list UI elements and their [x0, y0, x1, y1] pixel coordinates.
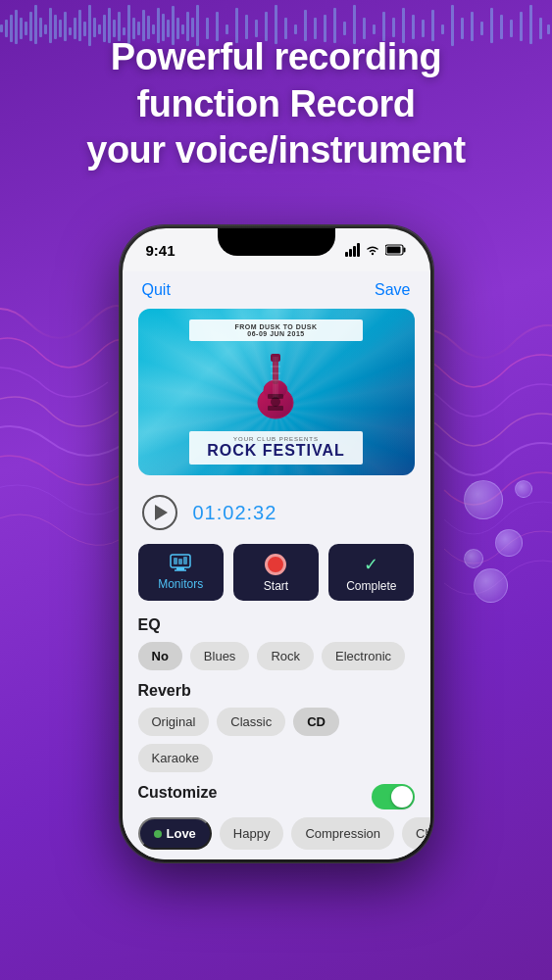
svg-rect-99 — [183, 557, 187, 564]
eq-option-blues[interactable]: Blues — [190, 642, 250, 670]
complete-button[interactable]: ✓ Complete — [328, 544, 414, 601]
customize-option-love[interactable]: Love — [138, 817, 212, 850]
status-icons — [345, 243, 407, 257]
quit-button[interactable]: Quit — [142, 281, 171, 299]
svg-rect-55 — [343, 22, 346, 35]
svg-rect-28 — [137, 22, 140, 35]
record-icon — [265, 554, 286, 575]
bubble-decoration-1 — [464, 480, 503, 519]
headline: Powerful recording function Record your … — [29, 34, 523, 174]
signal-bars-icon — [345, 243, 360, 257]
toggle-knob — [391, 786, 413, 808]
customize-option-chorus[interactable]: Chorus — [402, 817, 429, 850]
svg-rect-80 — [386, 247, 400, 254]
bubble-decoration-5 — [515, 480, 532, 498]
svg-rect-50 — [294, 24, 297, 34]
eq-option-electronic[interactable]: Electronic — [322, 642, 405, 670]
svg-rect-58 — [373, 24, 376, 34]
album-content: FROM DUSK TO DUSK 06-09 JUN 2015 — [189, 319, 363, 465]
eq-label: EQ — [138, 616, 415, 634]
phone-notch — [218, 228, 335, 256]
festival-date-line1: FROM DUSK TO DUSK — [205, 323, 347, 330]
svg-point-77 — [371, 253, 373, 255]
svg-rect-65 — [441, 24, 444, 34]
headline-line3: your voice/instrument — [86, 129, 465, 171]
album-art: FROM DUSK TO DUSK 06-09 JUN 2015 — [138, 309, 415, 475]
play-triangle-icon — [155, 505, 168, 520]
reverb-options: Original Classic CD Karaoke — [138, 708, 415, 772]
action-buttons-row: Monitors Start ✓ Complete — [123, 538, 430, 611]
reverb-option-karaoke[interactable]: Karaoke — [138, 744, 213, 772]
start-button[interactable]: Start — [233, 544, 319, 601]
navigation-bar: Quit Save — [123, 271, 430, 309]
svg-rect-43 — [226, 24, 228, 34]
phone-mockup: 9:41 — [120, 225, 433, 862]
svg-rect-5 — [25, 22, 27, 35]
svg-rect-76 — [547, 24, 550, 34]
start-label: Start — [264, 579, 288, 593]
svg-rect-20 — [98, 24, 101, 34]
reverb-section: Reverb Original Classic CD Karaoke — [123, 676, 430, 778]
customize-header: Customize — [138, 784, 415, 809]
reverb-label: Reverb — [138, 682, 415, 700]
playback-controls: 01:02:32 — [123, 487, 430, 538]
headline-line1: Powerful recording — [111, 36, 441, 77]
customize-option-happy[interactable]: Happy — [220, 817, 284, 850]
monitor-icon — [169, 554, 192, 573]
status-time: 9:41 — [146, 242, 176, 259]
customize-options: Love Happy Compression Chorus — [138, 817, 415, 850]
festival-bottom-banner: YOUR CLUB PRESENTS ROCK FESTIVAL — [189, 431, 363, 465]
reverb-option-classic[interactable]: Classic — [217, 708, 285, 736]
svg-rect-98 — [178, 559, 182, 564]
album-background: FROM DUSK TO DUSK 06-09 JUN 2015 — [138, 309, 415, 475]
customize-option-compression[interactable]: Compression — [291, 817, 394, 850]
guitar-icon — [246, 349, 305, 427]
battery-icon — [385, 244, 407, 256]
customize-label: Customize — [138, 784, 218, 802]
eq-options: No Blues Rock Electronic — [138, 642, 415, 670]
eq-option-no[interactable]: No — [138, 642, 182, 670]
svg-rect-37 — [181, 24, 184, 34]
headline-line2: function Record — [137, 83, 416, 124]
customize-section: Customize Love Happy Compression Chorus — [123, 778, 430, 859]
play-button[interactable] — [142, 495, 177, 530]
love-dot-icon — [154, 830, 162, 838]
playback-time: 01:02:32 — [193, 502, 277, 524]
svg-rect-69 — [480, 22, 483, 35]
eq-option-rock[interactable]: Rock — [257, 642, 314, 670]
reverb-option-original[interactable]: Original — [138, 708, 210, 736]
bubble-decoration-2 — [495, 529, 523, 557]
check-icon: ✓ — [364, 554, 378, 575]
svg-rect-0 — [0, 24, 3, 32]
eq-section: EQ No Blues Rock Electronic — [123, 611, 430, 676]
rock-festival-text: ROCK FESTIVAL — [207, 442, 345, 460]
app-screen: Quit Save FROM DUSK TO DUSK 06-09 JUN 20… — [123, 271, 430, 859]
festival-top-banner: FROM DUSK TO DUSK 06-09 JUN 2015 — [189, 319, 363, 341]
phone-outer-frame: 9:41 — [120, 225, 433, 862]
svg-rect-79 — [403, 248, 405, 253]
bubble-decoration-3 — [464, 549, 483, 568]
svg-rect-31 — [152, 24, 155, 34]
bubble-decoration-4 — [474, 568, 508, 603]
love-label: Love — [167, 826, 196, 841]
svg-rect-92 — [268, 394, 283, 399]
complete-label: Complete — [346, 579, 396, 593]
svg-rect-9 — [44, 24, 47, 34]
monitors-label: Monitors — [158, 577, 203, 591]
festival-date-line2: 06-09 JUN 2015 — [205, 330, 347, 337]
header-section: Powerful recording function Record your … — [0, 34, 552, 174]
monitors-button[interactable]: Monitors — [138, 544, 224, 601]
left-wave-decoration — [0, 274, 127, 568]
wifi-icon — [365, 244, 380, 256]
reverb-option-cd[interactable]: CD — [293, 708, 339, 736]
phone-screen: 9:41 — [123, 228, 430, 859]
svg-rect-93 — [268, 406, 283, 411]
save-button[interactable]: Save — [375, 281, 410, 299]
svg-rect-97 — [174, 558, 177, 564]
customize-toggle[interactable] — [372, 784, 415, 809]
